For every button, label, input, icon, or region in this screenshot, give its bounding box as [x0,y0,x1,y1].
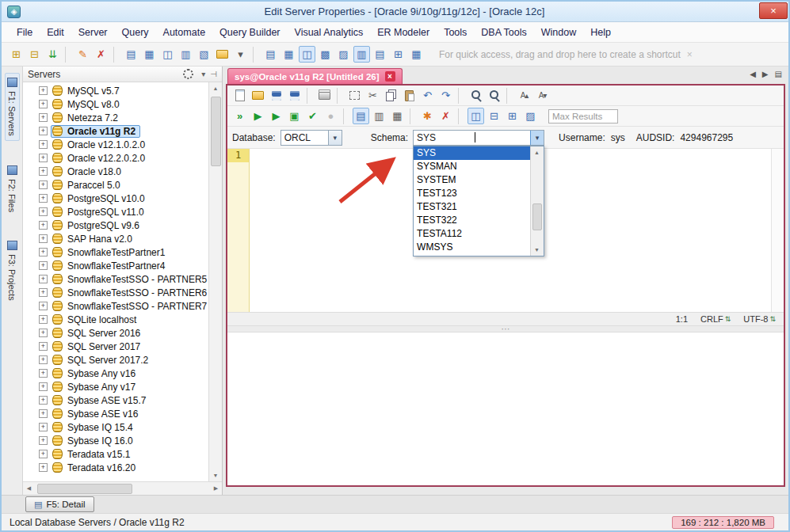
menu-dba-tools[interactable]: DBA Tools [474,24,533,41]
query-builder-icon[interactable]: ▦ [141,46,158,63]
dock-tab-servers[interactable]: F1: Servers [5,73,20,141]
toolbar-separator[interactable] [410,108,415,124]
split-horizontal-icon[interactable]: ⊟ [486,108,502,124]
toolbar-separator[interactable] [307,88,312,104]
scroll-right-icon[interactable]: ▶ [210,483,222,495]
server-tree-item[interactable]: + Sybase ASE v16 [23,407,208,420]
tree-horizontal-scrollbar[interactable]: ◀ ▶ [23,481,222,495]
query-analyzer-icon[interactable]: ▤ [123,46,139,63]
server-tree-item[interactable]: + Sybase Any v16 [23,367,208,380]
execute-edit-icon[interactable]: ▣ [286,108,303,124]
detail-tab[interactable]: ▤ F5: Detail [25,496,94,512]
toolbar-separator[interactable] [458,108,464,124]
schema-option[interactable]: WMSYS [414,241,530,254]
tab-close-icon[interactable]: × [385,71,395,82]
server-tree-item[interactable]: + SQLite localhost [23,313,208,326]
scroll-left-icon[interactable]: ◀ [23,483,35,495]
tree-expander-icon[interactable]: + [39,423,48,431]
results-splitter-handle[interactable]: ⋯ [227,325,784,332]
database-combo[interactable]: ORCL ▾ [281,130,342,146]
server-tree-item[interactable]: + PostgreSQL v10.0 [23,192,208,205]
tree-expander-icon[interactable]: + [39,207,48,216]
server-tree-item[interactable]: + Sybase IQ 16.0 [23,434,208,447]
gear-menu-arrow-icon[interactable]: ▾ [201,70,205,78]
server-tree-item[interactable]: + Teradata v15.1 [23,447,208,461]
server-tree-item[interactable]: + SnowflakeTestPartner4 [23,259,208,272]
import-servers-icon[interactable]: ⇊ [44,46,61,63]
tree-expander-icon[interactable]: + [39,436,48,445]
server-tree-item[interactable]: + MySQL v5.7 [23,84,208,97]
tree-expander-icon[interactable]: + [39,86,48,95]
save-as-icon[interactable] [286,87,303,104]
save-file-icon[interactable] [268,87,284,104]
memory-usage-badge[interactable]: 169 : 212 : 1,820 MB [672,516,774,529]
server-group-icon[interactable]: ⊟ [26,46,43,63]
open-file-icon[interactable] [250,87,266,104]
server-tree-item[interactable]: + Oracle v11g R2 [23,124,208,138]
scroll-down-icon[interactable]: ▼ [531,244,543,256]
max-results-input[interactable] [548,109,618,124]
toolbar-separator[interactable] [253,47,258,63]
line-ending-selector[interactable]: CRLF ⇅ [700,314,731,324]
server-tree-item[interactable]: + PostgreSQL v11.0 [23,205,208,218]
layout-tile-icon[interactable]: ▩ [317,46,334,63]
schema-option[interactable]: SYS [414,146,530,160]
tree-expander-icon[interactable]: + [39,302,48,310]
dock-tab-projects[interactable]: F3: Projects [6,237,19,305]
server-tree-item[interactable]: + SnowflakeTestSSO - PARTNER7 [23,299,208,313]
toolbar-separator[interactable] [506,88,512,104]
find-icon[interactable] [468,87,484,104]
paste-icon[interactable] [401,87,418,104]
editor-view-icon[interactable]: ▤ [353,108,369,124]
toolbar-separator[interactable] [458,88,464,104]
scroll-up-icon[interactable]: ▲ [210,82,222,94]
chevron-down-icon[interactable]: ▾ [530,131,544,145]
register-server-icon[interactable]: ⊞ [8,46,25,63]
menu-help[interactable]: Help [583,24,618,41]
remove-server-icon[interactable]: ✗ [93,46,109,63]
server-tree-item[interactable]: + SnowflakeTestPartner1 [23,245,208,259]
schema-option[interactable]: SYSTEM [414,173,530,187]
tree-expander-icon[interactable]: + [39,396,48,405]
server-tree-item[interactable]: + SQL Server 2017 [23,340,208,353]
layout-maximize-icon[interactable]: ⊞ [390,46,406,63]
scroll-thumb[interactable] [211,97,221,166]
layout-reset-icon[interactable]: ▦ [408,46,425,63]
server-tree-item[interactable]: + Oracle v18.0 [23,165,208,178]
server-tree-item[interactable]: + SQL Server 2017.2 [23,353,208,367]
server-tree-item[interactable]: + MySQL v8.0 [23,97,208,111]
scroll-thumb[interactable] [37,484,132,494]
layout-editor-icon[interactable]: ▤ [262,46,279,63]
toolbar-separator[interactable] [113,47,119,63]
er-modeler-icon[interactable]: ◫ [159,46,176,63]
hint-close-icon[interactable]: × [687,49,693,60]
results-grid-view-icon[interactable]: ▦ [389,108,406,124]
select-block-icon[interactable] [346,87,363,104]
schema-option[interactable]: SYSMAN [414,160,530,173]
menu-tools[interactable]: Tools [437,24,474,41]
layout-columns-icon[interactable]: ▤ [372,46,388,63]
tree-expander-icon[interactable]: + [39,463,48,472]
schema-option[interactable]: TEST123 [414,187,530,200]
scroll-thumb[interactable] [532,203,542,230]
format-sql-icon[interactable]: ✱ [419,108,436,124]
tree-expander-icon[interactable]: + [39,140,48,149]
menu-visual-analytics[interactable]: Visual Analytics [288,24,371,41]
font-decrease-icon[interactable]: A▾ [534,87,551,104]
layout-grid-icon[interactable]: ▦ [281,46,297,63]
toolbar-separator[interactable] [65,47,71,63]
edit-server-icon[interactable]: ✎ [74,46,91,63]
tab-nav-forward-icon[interactable]: ▶ [762,70,769,78]
toolbar-separator[interactable] [343,108,349,124]
schema-option[interactable]: TEST321 [414,200,530,214]
menu-window[interactable]: Window [534,24,583,41]
layout-cascade-icon[interactable]: ▨ [335,46,352,63]
clear-editor-icon[interactable]: ✗ [437,108,454,124]
server-tree-item[interactable]: + Netezza 7.2 [23,111,208,124]
split-vertical-icon[interactable]: ⊞ [504,108,521,124]
menu-server[interactable]: Server [71,24,115,41]
print-icon[interactable] [316,87,333,104]
dropdown-scrollbar[interactable]: ▲ ▼ [530,146,544,256]
menu-query-builder[interactable]: Query Builder [212,24,287,41]
tree-expander-icon[interactable]: + [39,342,48,351]
